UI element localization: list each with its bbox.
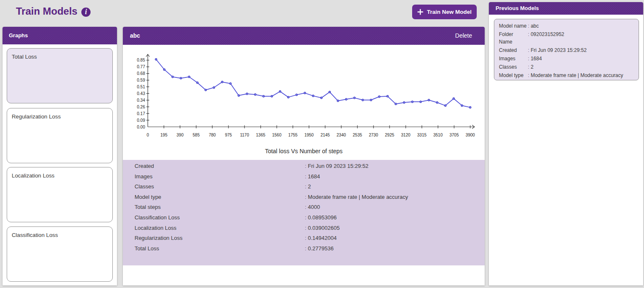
svg-text:3705: 3705 [449,133,459,137]
svg-text:195: 195 [161,133,168,137]
svg-text:3510: 3510 [433,133,443,137]
svg-text:3315: 3315 [417,133,427,137]
svg-text:1170: 1170 [240,133,249,137]
svg-text:0.43: 0.43 [137,91,145,96]
svg-text:3120: 3120 [401,133,411,137]
svg-text:0.09: 0.09 [137,118,145,123]
svg-text:1755: 1755 [288,133,298,137]
svg-text:585: 585 [193,133,200,137]
svg-text:1950: 1950 [304,133,314,137]
svg-text:390: 390 [177,133,184,137]
svg-text:0.51: 0.51 [137,85,145,89]
svg-text:2925: 2925 [385,133,395,137]
svg-text:0.68: 0.68 [137,71,145,76]
svg-text:0.00: 0.00 [137,125,145,129]
svg-text:0.77: 0.77 [137,64,145,69]
svg-text:975: 975 [225,133,232,137]
svg-text:1560: 1560 [272,133,282,137]
svg-text:780: 780 [209,133,216,137]
svg-text:0.26: 0.26 [137,105,145,109]
svg-text:2535: 2535 [353,133,362,137]
svg-text:2730: 2730 [369,133,379,137]
svg-text:3900: 3900 [465,133,475,137]
svg-text:2145: 2145 [320,133,330,137]
svg-text:1365: 1365 [256,133,266,137]
svg-text:0.85: 0.85 [137,58,145,62]
svg-text:0: 0 [147,133,149,137]
svg-text:2340: 2340 [337,133,346,137]
svg-text:0.59: 0.59 [137,78,145,82]
svg-text:0.17: 0.17 [137,111,145,116]
svg-text:0.34: 0.34 [137,98,145,103]
